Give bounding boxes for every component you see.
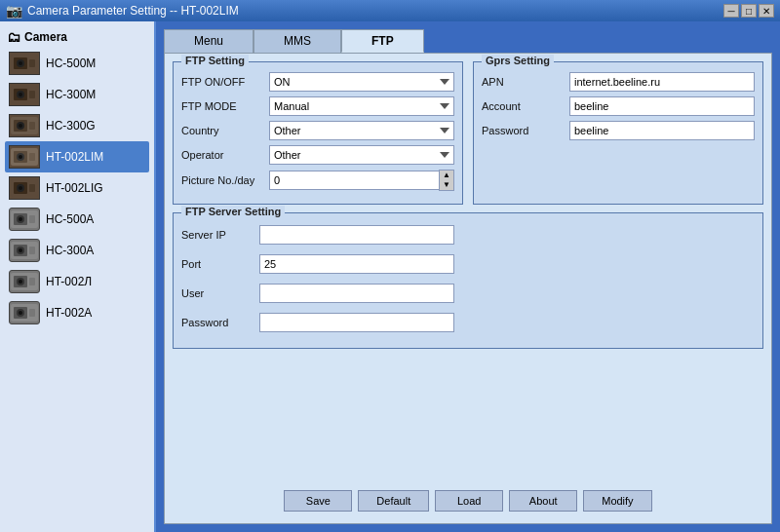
picture-spinner-input[interactable]: [269, 171, 439, 190]
camera-label-ht002a: HT-002A: [46, 306, 92, 320]
app-icon: 📷: [6, 3, 22, 19]
ftp-mode-row: FTP MODE Manual Auto: [181, 96, 454, 116]
apn-label: APN: [482, 76, 569, 88]
ftp-setting-title: FTP Setting: [181, 55, 249, 66]
country-row: Country Other: [181, 121, 454, 140]
window-title: Camera Parameter Setting -- HT-002LIM: [27, 4, 239, 18]
top-panels-row: FTP Setting FTP ON/OFF ON OFF FTP MODE: [173, 61, 763, 205]
account-input[interactable]: [569, 96, 755, 116]
tab-ftp[interactable]: FTP: [341, 29, 424, 53]
account-row: Account: [482, 96, 755, 116]
svg-point-13: [19, 124, 22, 128]
svg-rect-24: [29, 184, 35, 192]
camera-thumb-hc300g: [9, 114, 40, 137]
svg-point-43: [19, 311, 22, 315]
server-ip-input[interactable]: [259, 225, 454, 245]
tabs: Menu MMS FTP: [164, 29, 772, 53]
modify-button[interactable]: Modify: [583, 490, 651, 512]
close-button[interactable]: ✕: [759, 4, 774, 18]
server-ip-label: Server IP: [181, 229, 259, 241]
camera-label-hc500a: HC-500A: [46, 212, 94, 226]
port-label: Port: [181, 258, 259, 270]
camera-label-hc300a: HC-300A: [46, 244, 94, 257]
bottom-buttons: Save Default Load About Modify: [173, 484, 763, 515]
gprs-setting-group: Gprs Setting APN Account Password: [473, 61, 763, 205]
gprs-setting-inner: APN Account Password: [482, 72, 755, 140]
port-row: Port: [181, 254, 755, 274]
content-area: Menu MMS FTP FTP Setting FTP ON/OFF ON O…: [156, 21, 780, 532]
maximize-button[interactable]: □: [741, 4, 757, 18]
sidebar-item-hc300m[interactable]: HC-300M: [5, 79, 149, 110]
title-bar: 📷 Camera Parameter Setting -- HT-002LIM …: [0, 0, 780, 21]
country-select[interactable]: Other: [269, 121, 454, 140]
svg-point-28: [19, 217, 22, 221]
title-bar-title-area: 📷 Camera Parameter Setting -- HT-002LIM: [6, 3, 239, 19]
svg-rect-29: [29, 215, 35, 223]
svg-point-8: [19, 93, 22, 96]
camera-label-hc500m: HC-500M: [46, 57, 96, 70]
sidebar-item-hc300g[interactable]: HC-300G: [5, 110, 149, 141]
ftp-mode-select[interactable]: Manual Auto: [269, 96, 454, 116]
load-button[interactable]: Load: [435, 490, 503, 512]
camera-label-ht002lim: HT-002LIM: [46, 150, 103, 164]
svg-rect-4: [29, 59, 35, 67]
user-input[interactable]: [259, 284, 454, 303]
spinner-up-button[interactable]: ▲: [440, 171, 453, 180]
ftp-setting-inner: FTP ON/OFF ON OFF FTP MODE Manual Auto: [181, 72, 454, 191]
ftp-password-input[interactable]: [259, 313, 454, 332]
svg-rect-44: [29, 309, 35, 317]
default-button[interactable]: Default: [358, 490, 429, 512]
sidebar-item-ht002a[interactable]: HT-002A: [5, 297, 149, 328]
sidebar-root-label: Camera: [24, 30, 67, 44]
svg-point-23: [19, 186, 22, 190]
tab-ftp-content: FTP Setting FTP ON/OFF ON OFF FTP MODE: [164, 53, 772, 524]
user-label: User: [181, 287, 259, 299]
camera-thumb-ht002a: [9, 301, 40, 324]
port-input[interactable]: [259, 254, 454, 274]
ftp-password-row: Password: [181, 313, 755, 332]
svg-point-38: [19, 280, 22, 284]
ftp-password-label: Password: [181, 317, 259, 328]
ftp-onoff-select[interactable]: ON OFF: [269, 72, 454, 92]
operator-row: Operator Other: [181, 145, 454, 165]
sidebar-item-ht002l[interactable]: HT-002Л: [5, 266, 149, 297]
save-button[interactable]: Save: [284, 490, 352, 512]
sidebar-item-hc500m[interactable]: HC-500M: [5, 48, 149, 79]
window-controls: ─ □ ✕: [723, 4, 774, 18]
camera-thumb-hc500a: [9, 208, 40, 231]
gprs-password-row: Password: [482, 121, 755, 140]
sidebar-tree-icon: 🗂: [7, 29, 20, 45]
main-container: 🗂 Camera HC-500M HC-300M HC-300G: [0, 21, 780, 532]
gprs-password-input[interactable]: [569, 121, 755, 140]
operator-select[interactable]: Other: [269, 145, 454, 165]
svg-rect-9: [29, 91, 35, 98]
tab-menu[interactable]: Menu: [164, 29, 254, 53]
gprs-setting-title: Gprs Setting: [482, 55, 554, 66]
svg-rect-14: [29, 122, 35, 130]
camera-thumb-ht002l: [9, 270, 40, 293]
sidebar-header: 🗂 Camera: [5, 26, 149, 48]
ftp-onoff-row: FTP ON/OFF ON OFF: [181, 72, 454, 92]
picture-spinner-wrapper: ▲ ▼: [269, 170, 454, 191]
picture-row: Picture No./day ▲ ▼: [181, 170, 454, 191]
tab-mms[interactable]: MMS: [254, 29, 341, 53]
ftp-server-inner: Server IP Port User Password: [181, 225, 755, 337]
svg-rect-39: [29, 278, 35, 285]
ftp-onoff-label: FTP ON/OFF: [181, 76, 269, 88]
sidebar-item-hc300a[interactable]: HC-300A: [5, 235, 149, 266]
sidebar: 🗂 Camera HC-500M HC-300M HC-300G: [0, 21, 156, 532]
camera-label-hc300g: HC-300G: [46, 119, 96, 133]
ftp-server-title: FTP Server Setting: [181, 206, 285, 217]
sidebar-item-ht002lim[interactable]: HT-002LIM: [5, 141, 149, 172]
sidebar-item-ht002lig[interactable]: HT-002LIG: [5, 172, 149, 204]
apn-row: APN: [482, 72, 755, 92]
apn-input[interactable]: [569, 72, 755, 92]
about-button[interactable]: About: [509, 490, 577, 512]
country-label: Country: [181, 125, 269, 136]
minimize-button[interactable]: ─: [723, 4, 739, 18]
account-label: Account: [482, 100, 569, 112]
camera-label-ht002l: HT-002Л: [46, 275, 92, 288]
sidebar-item-hc500a[interactable]: HC-500A: [5, 204, 149, 235]
spinner-down-button[interactable]: ▼: [440, 180, 453, 190]
ftp-server-setting-group: FTP Server Setting Server IP Port User: [173, 212, 763, 349]
